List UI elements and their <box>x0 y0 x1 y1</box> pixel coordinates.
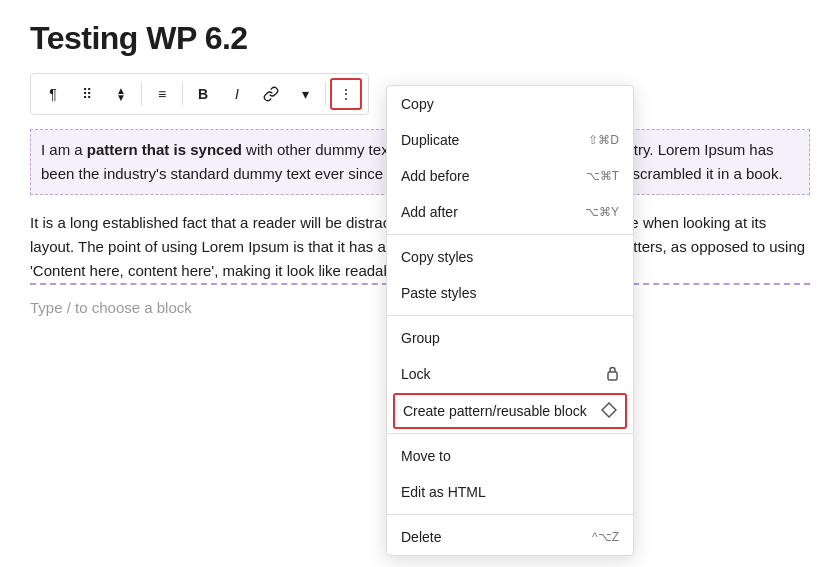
svg-rect-0 <box>608 372 617 380</box>
menu-item-lock[interactable]: Lock <box>387 356 633 392</box>
lock-icon <box>606 365 619 384</box>
editor-area: Testing WP 6.2 ¶ ⠿ ▲▼ ≡ B I ▾ ⋮ I am a p… <box>0 0 840 567</box>
paragraph-button[interactable]: ¶ <box>37 78 69 110</box>
menu-item-add-before[interactable]: Add before ⌥⌘T <box>387 158 633 194</box>
menu-separator-2 <box>387 315 633 316</box>
menu-item-duplicate[interactable]: Duplicate ⇧⌘D <box>387 122 633 158</box>
menu-item-copy[interactable]: Copy <box>387 86 633 122</box>
menu-separator-4 <box>387 514 633 515</box>
toolbar-separator-3 <box>325 82 326 106</box>
menu-separator-3 <box>387 433 633 434</box>
menu-item-move-to[interactable]: Move to <box>387 438 633 474</box>
menu-item-group[interactable]: Group <box>387 320 633 356</box>
drag-button[interactable]: ⠿ <box>71 78 103 110</box>
page-title: Testing WP 6.2 <box>30 20 810 57</box>
bold-button[interactable]: B <box>187 78 219 110</box>
move-button[interactable]: ▲▼ <box>105 78 137 110</box>
options-button[interactable]: ⋮ <box>330 78 362 110</box>
menu-item-edit-html[interactable]: Edit as HTML <box>387 474 633 510</box>
toolbar-separator-2 <box>182 82 183 106</box>
block-toolbar: ¶ ⠿ ▲▼ ≡ B I ▾ ⋮ <box>30 73 369 115</box>
link-button[interactable] <box>255 78 287 110</box>
menu-item-delete[interactable]: Delete ^⌥Z <box>387 519 633 555</box>
italic-button[interactable]: I <box>221 78 253 110</box>
menu-item-copy-styles[interactable]: Copy styles <box>387 239 633 275</box>
menu-separator-1 <box>387 234 633 235</box>
diamond-icon <box>601 402 617 421</box>
menu-item-add-after[interactable]: Add after ⌥⌘Y <box>387 194 633 230</box>
align-button[interactable]: ≡ <box>146 78 178 110</box>
menu-item-paste-styles[interactable]: Paste styles <box>387 275 633 311</box>
more-inline-button[interactable]: ▾ <box>289 78 321 110</box>
context-menu: Copy Duplicate ⇧⌘D Add before ⌥⌘T Add af… <box>386 85 634 556</box>
menu-item-create-pattern[interactable]: Create pattern/reusable block <box>393 393 627 429</box>
toolbar-separator-1 <box>141 82 142 106</box>
